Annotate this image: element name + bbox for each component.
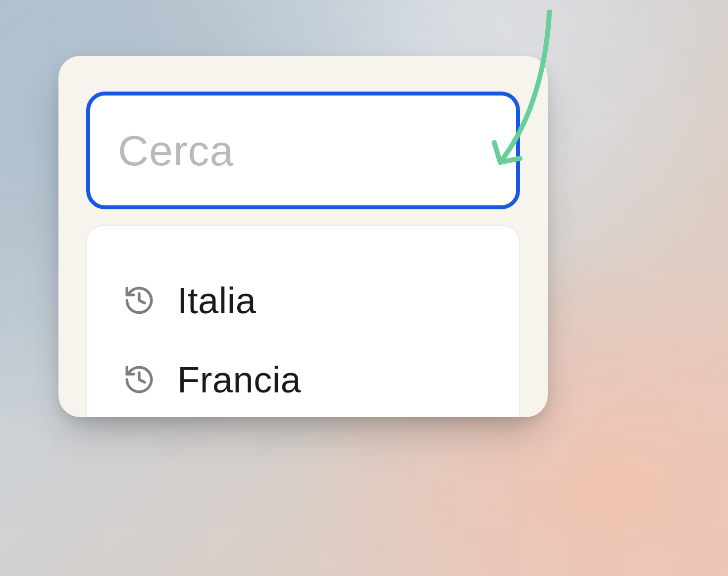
search-input[interactable] — [118, 126, 488, 175]
search-field-wrap[interactable] — [86, 92, 520, 209]
search-card: Italia Francia — [58, 56, 548, 417]
result-label: Francia — [177, 359, 301, 401]
result-item[interactable]: Francia — [123, 341, 483, 417]
result-label: Italia — [177, 280, 256, 322]
history-icon — [123, 284, 156, 317]
results-list: Italia Francia — [86, 225, 520, 417]
history-icon — [123, 363, 156, 396]
result-item[interactable]: Italia — [123, 262, 483, 339]
